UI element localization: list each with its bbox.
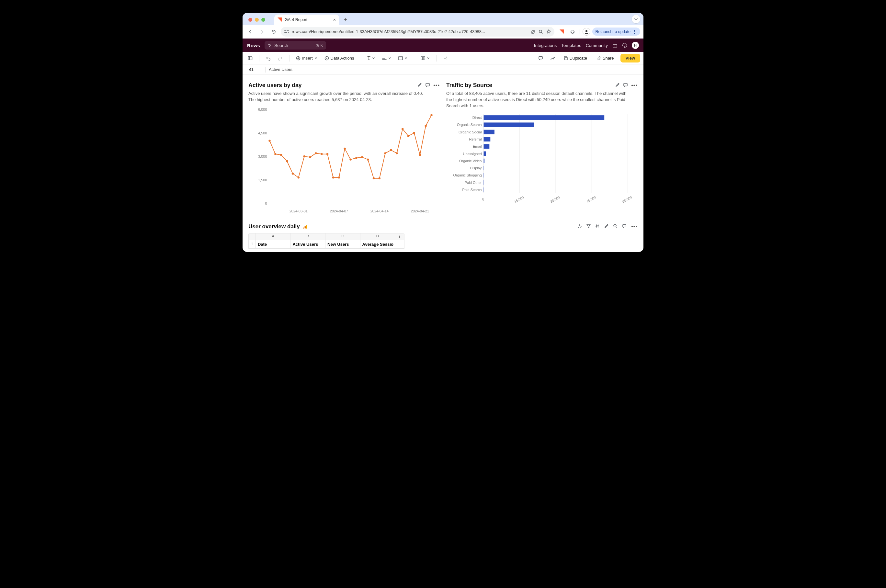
svg-text:2024-03-31: 2024-03-31	[289, 209, 307, 213]
svg-text:2024-04-21: 2024-04-21	[411, 209, 429, 213]
text-format-button[interactable]: T	[366, 54, 377, 62]
extensions-icon[interactable]	[568, 27, 577, 36]
svg-rect-77	[484, 144, 490, 148]
panel-tools: •••	[417, 82, 440, 88]
profile-avatar[interactable]	[583, 28, 590, 36]
svg-point-35	[309, 156, 311, 158]
more-icon[interactable]: •••	[433, 82, 440, 88]
svg-point-47	[379, 177, 381, 179]
forward-button[interactable]	[258, 27, 267, 36]
more-icon[interactable]: •••	[631, 224, 638, 230]
insert-button[interactable]: Insert	[294, 54, 319, 62]
help-icon[interactable]: ?	[622, 43, 627, 48]
column-header-row: A B C D +	[249, 234, 404, 240]
relaunch-button[interactable]: Relaunch to update ⋮	[592, 27, 640, 36]
active-cell-value[interactable]: Active Users	[269, 67, 292, 72]
search-icon[interactable]	[613, 224, 618, 228]
bar-chart[interactable]: 015,00030,00045,00060,000DirectOrganic S…	[446, 112, 638, 210]
edit-icon[interactable]	[417, 82, 422, 87]
window-controls	[246, 18, 268, 25]
col-header-a[interactable]: A	[256, 234, 291, 240]
align-button[interactable]	[380, 55, 393, 62]
comment-icon[interactable]	[622, 224, 627, 228]
row-number[interactable]: 1	[249, 240, 256, 248]
sheet-table[interactable]: A B C D + 1 Date Active Users New Users …	[248, 233, 405, 249]
cell-c1[interactable]: New Users	[325, 240, 360, 248]
edit-icon[interactable]	[604, 224, 609, 228]
global-search[interactable]: Search ⌘ K	[265, 41, 326, 50]
new-tab-button[interactable]: +	[341, 15, 350, 24]
svg-text:?: ?	[624, 44, 625, 47]
filter-icon[interactable]	[586, 224, 591, 228]
svg-text:Direct: Direct	[472, 116, 482, 120]
minimize-window-button[interactable]	[255, 18, 259, 22]
col-header-b[interactable]: B	[291, 234, 325, 240]
duplicate-button[interactable]: Duplicate	[560, 54, 590, 62]
back-button[interactable]	[246, 27, 255, 36]
svg-point-56	[430, 114, 432, 116]
svg-point-53	[413, 132, 415, 134]
formula-bar: B1 Active Users	[243, 64, 643, 75]
table-row: 1 Date Active Users New Users Average Se…	[249, 240, 404, 248]
user-avatar[interactable]: H	[632, 42, 639, 49]
nav-integrations[interactable]: Integrations	[534, 43, 557, 48]
svg-text:0: 0	[481, 197, 485, 201]
browser-tab[interactable]: GA-4 Report ×	[274, 15, 339, 25]
sort-icon[interactable]	[595, 224, 600, 228]
bookmark-star-icon[interactable]	[546, 29, 551, 34]
ai-button[interactable]	[441, 54, 450, 62]
cell-d1[interactable]: Average Sessio	[360, 240, 404, 248]
rows-extension-icon[interactable]	[557, 27, 566, 36]
select-all-corner[interactable]	[249, 234, 256, 240]
layout-button[interactable]	[419, 55, 432, 62]
svg-text:2024-04-07: 2024-04-07	[330, 209, 348, 213]
maximize-window-button[interactable]	[261, 18, 265, 22]
undo-button[interactable]	[264, 54, 273, 62]
reload-button[interactable]	[269, 27, 278, 36]
col-header-c[interactable]: C	[325, 234, 360, 240]
col-header-d[interactable]: D	[360, 234, 396, 240]
sidebar-toggle[interactable]	[246, 54, 255, 62]
close-window-button[interactable]	[248, 18, 252, 22]
svg-text:6,000: 6,000	[258, 108, 267, 111]
overview-tools: •••	[577, 224, 638, 230]
cell-b1[interactable]: Active Users	[291, 240, 325, 248]
svg-point-34	[303, 155, 305, 157]
svg-rect-16	[565, 57, 567, 60]
line-chart[interactable]: 01,5003,0004,5006,0002024-03-312024-04-0…	[248, 106, 440, 216]
nav-community[interactable]: Community	[586, 43, 608, 48]
zoom-icon[interactable]	[538, 30, 543, 34]
tab-title: GA-4 Report	[285, 18, 307, 22]
svg-text:15,000: 15,000	[514, 195, 525, 204]
add-column-button[interactable]: +	[395, 234, 404, 240]
redo-button[interactable]	[276, 54, 285, 62]
tabs-menu-button[interactable]	[632, 15, 640, 23]
svg-text:Paid Search: Paid Search	[462, 188, 482, 191]
edit-icon[interactable]	[615, 82, 620, 87]
more-icon[interactable]: •••	[631, 82, 638, 88]
gift-icon[interactable]	[612, 43, 618, 48]
nav-templates[interactable]: Templates	[561, 43, 581, 48]
svg-rect-79	[484, 151, 486, 156]
brand-logo[interactable]: Rows	[247, 43, 260, 48]
svg-point-40	[338, 177, 340, 178]
active-cell-ref[interactable]: B1	[243, 67, 262, 72]
data-actions-button[interactable]: Data Actions	[322, 54, 356, 62]
svg-rect-90	[306, 225, 307, 229]
address-field[interactable]: rows.com/Henrique/demo/untitled-1-33AH36…	[281, 27, 555, 37]
view-button[interactable]: View	[621, 54, 640, 63]
analytics-button[interactable]	[548, 54, 557, 62]
app-top-bar: Rows Search ⌘ K Integrations Templates C…	[243, 39, 643, 52]
sparkle-icon[interactable]	[577, 224, 582, 228]
open-external-icon[interactable]	[531, 30, 535, 34]
comment-icon[interactable]	[623, 82, 628, 87]
panel-traffic-source: Traffic by Source ••• Of a total of 83,4…	[446, 82, 638, 216]
comment-icon[interactable]	[425, 82, 430, 87]
share-button[interactable]: Share	[594, 54, 617, 62]
comments-button[interactable]	[536, 54, 545, 62]
svg-text:60,000: 60,000	[622, 195, 633, 204]
close-tab-icon[interactable]: ×	[333, 17, 336, 22]
svg-text:Organic Video: Organic Video	[459, 159, 482, 162]
cell-a1[interactable]: Date	[256, 240, 291, 248]
cell-format-button[interactable]	[396, 55, 409, 62]
